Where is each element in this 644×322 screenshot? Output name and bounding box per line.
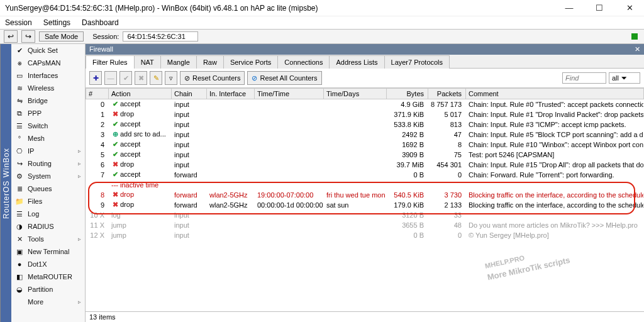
sidebar-icon: ⧉ <box>15 109 24 118</box>
sidebar-item-ppp[interactable]: ⧉PPP <box>11 107 85 119</box>
panel-title[interactable]: Firewall ✕ <box>86 44 644 55</box>
table-row[interactable]: 5✔acceptinput3909 B75Test: port 5246 [CA… <box>86 150 644 160</box>
drop-icon: ✖ <box>111 191 119 199</box>
sidebar-item-bridge[interactable]: ⇋Bridge <box>11 94 85 107</box>
filter-select[interactable]: all ⏷ <box>609 72 640 84</box>
table-header[interactable]: # Action Chain In. Interface Time/Time T… <box>86 89 644 99</box>
close-icon[interactable]: ✕ <box>620 3 639 13</box>
sidebar-label: Tools <box>28 235 44 243</box>
rules-grid[interactable]: # Action Chain In. Interface Time/Time T… <box>86 88 644 311</box>
find-input[interactable] <box>562 72 606 84</box>
sidebar-item-capsman[interactable]: ⎈CAPsMAN <box>11 57 85 69</box>
accept-icon: ✔ <box>111 140 119 148</box>
remove-button[interactable]: — <box>104 71 117 85</box>
col-days: Time/Days <box>324 89 387 99</box>
col-comment: Comment <box>466 89 644 99</box>
sidebar-item-radius[interactable]: ◑RADIUS <box>11 220 85 233</box>
sidebar-item-partition[interactable]: ◒Partition <box>11 283 85 296</box>
tab-mangle[interactable]: Mangle <box>160 55 197 69</box>
sidebar-item-interfaces[interactable]: ▭Interfaces <box>11 69 85 82</box>
tab-nat[interactable]: NAT <box>134 55 161 69</box>
sidebar-label: RADIUS <box>28 223 54 230</box>
sidebar-icon: ✕ <box>15 235 24 243</box>
add-button[interactable]: ✚ <box>89 71 102 85</box>
tab-connections[interactable]: Connections <box>277 55 330 69</box>
sidebar-item-log[interactable]: ☰Log <box>11 208 85 220</box>
reset-counters-button[interactable]: ⊘Reset Counters <box>180 71 245 85</box>
session-value[interactable]: 64:D1:54:52:6C:31 <box>123 31 198 42</box>
col-bytes: Bytes <box>387 89 428 99</box>
tab-service-ports[interactable]: Service Ports <box>223 55 278 69</box>
col-packets: Packets <box>428 89 466 99</box>
table-row[interactable]: 12 Xjumpinput0 B0© Yun Sergey [MHelp.pro… <box>86 230 644 240</box>
content-area: Firewall ✕ Filter RulesNATMangleRawServi… <box>86 44 644 322</box>
table-row[interactable]: 11 Xjumpinput3655 B48Do you want more ar… <box>86 220 644 230</box>
sidebar-label: More <box>28 298 43 306</box>
table-row[interactable]: 2✔acceptinput533.8 KiB813Chain: Input. R… <box>86 119 644 130</box>
accept-icon: ✔ <box>111 150 119 158</box>
col-action: Action <box>109 89 172 99</box>
table-row[interactable]: 8✖dropforwardwlan2-5GHz19:00:00-07:00:00… <box>86 190 644 200</box>
menu-session[interactable]: Session <box>5 18 32 27</box>
enable-button[interactable]: ✔ <box>119 71 132 85</box>
disable-button[interactable]: ✖ <box>135 71 147 85</box>
sidebar-item-metarouter[interactable]: ◧MetaROUTER <box>11 270 85 283</box>
tab-filter-rules[interactable]: Filter Rules <box>86 55 135 69</box>
sidebar-item-quick-set[interactable]: ✔Quick Set <box>11 44 85 57</box>
table-row[interactable]: 4✔acceptinput1692 B8Chain: Input. Rule #… <box>86 140 644 150</box>
undo-button[interactable]: ↩ <box>4 30 18 43</box>
tab-layer7-protocols[interactable]: Layer7 Protocols <box>384 55 450 69</box>
sidebar-label: MetaROUTER <box>28 273 72 280</box>
maximize-icon[interactable]: ☐ <box>590 3 609 13</box>
drop-icon: ✖ <box>111 160 119 169</box>
table-row[interactable]: 10 Xloginput3120 B33 <box>86 210 644 220</box>
table-row[interactable]: 3⊕add src to ad...input2492 B47Chain: In… <box>86 130 644 140</box>
chevron-right-icon: ▹ <box>78 299 81 305</box>
safe-mode-button[interactable]: Safe Mode <box>39 31 84 42</box>
sidebar-label: Quick Set <box>28 47 58 54</box>
reset-all-counters-button[interactable]: ⊘Reset All Counters <box>247 71 321 85</box>
table-row[interactable]: 6✖dropinput39.7 MiB454 301Chain: Input. … <box>86 160 644 170</box>
sidebar-label: System <box>28 172 51 180</box>
table-row[interactable]: 1✖dropinput371.9 KiB5 017Chain: Input. R… <box>86 109 644 119</box>
sidebar-item-ip[interactable]: ⎔IP▹ <box>11 145 85 157</box>
sidebar-item-new-terminal[interactable]: ▣New Terminal <box>11 245 85 258</box>
filter-button[interactable]: ▿ <box>165 71 177 85</box>
watermark: MHELP.PRO More MikroTik scripts <box>482 235 570 282</box>
sidebar-icon: ▣ <box>15 247 24 256</box>
sidebar-icon: ◧ <box>15 272 24 281</box>
sidebar-item-system[interactable]: ⚙System▹ <box>11 170 85 182</box>
tab-address-lists[interactable]: Address Lists <box>329 55 384 69</box>
sidebar-label: Bridge <box>28 97 48 104</box>
table-row[interactable]: 9✖dropforwardwlan2-5GHz00:00:00-1d 00:00… <box>86 200 644 210</box>
menu-dashboard[interactable]: Dashboard <box>82 18 119 27</box>
accept-icon: ✔ <box>111 120 119 128</box>
sidebar-label: Interfaces <box>28 72 58 79</box>
accept-icon: ✔ <box>111 100 119 108</box>
sidebar-item-files[interactable]: 📁Files <box>11 195 85 208</box>
sidebar-icon: ◒ <box>15 285 24 294</box>
sidebar-label: Files <box>28 197 42 205</box>
tab-raw[interactable]: Raw <box>196 55 224 69</box>
sidebar-item-tools[interactable]: ✕Tools▹ <box>11 233 85 245</box>
menu-settings[interactable]: Settings <box>43 18 70 27</box>
sidebar-item-switch[interactable]: ☰Switch <box>11 119 85 132</box>
sidebar-item-wireless[interactable]: ≋Wireless <box>11 82 85 94</box>
sidebar-icon: ↪ <box>15 159 24 168</box>
sidebar-icon: ⎔ <box>15 147 24 155</box>
comment-button[interactable]: ✎ <box>150 71 162 85</box>
sidebar-item-queues[interactable]: ≣Queues <box>11 182 85 195</box>
sidebar-item-dot1x[interactable]: ●Dot1X <box>11 258 85 270</box>
sidebar-item-routing[interactable]: ↪Routing▹ <box>11 157 85 170</box>
sidebar-label: CAPsMAN <box>28 59 61 67</box>
table-row[interactable]: 7✔acceptforward0 B0Chain: Forward. Rule … <box>86 170 644 180</box>
menubar: Session Settings Dashboard <box>0 16 644 29</box>
sidebar-item-mesh[interactable]: °Mesh <box>11 132 85 145</box>
col-chain: Chain <box>172 89 207 99</box>
panel-close-icon[interactable]: ✕ <box>635 45 640 53</box>
sidebar-item-more[interactable]: More▹ <box>11 296 85 308</box>
redo-button[interactable]: ↪ <box>21 30 35 43</box>
sidebar-icon: ◑ <box>15 222 24 231</box>
minimize-icon[interactable]: — <box>560 3 579 13</box>
table-row[interactable]: 0✔acceptinput4.9 GiB8 757 173Chain: Inpu… <box>86 99 644 109</box>
